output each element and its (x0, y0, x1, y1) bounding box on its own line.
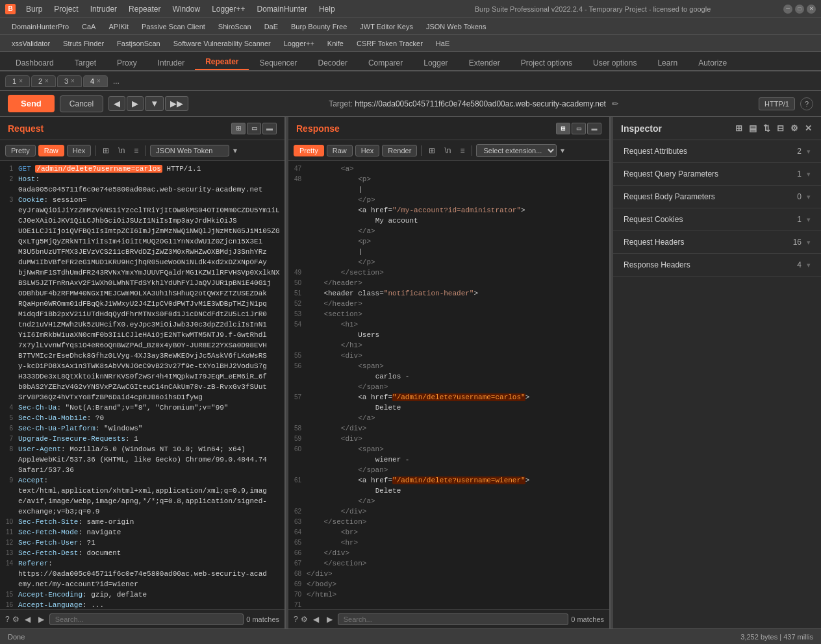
tab-extender[interactable]: Extender (459, 56, 511, 70)
menu-help[interactable]: Help (314, 3, 340, 15)
resp-search-help[interactable]: ? (294, 615, 298, 624)
help-button[interactable]: ? (800, 97, 813, 110)
req-icon-3[interactable]: ≡ (131, 144, 142, 157)
close-tab-3[interactable]: × (71, 77, 75, 84)
tab-proxy[interactable]: Proxy (107, 56, 147, 70)
inspector-icon-cols[interactable]: ⊟ (776, 122, 785, 134)
req-icon-1[interactable]: ⊞ (99, 144, 112, 157)
ext-hae[interactable]: HaE (429, 39, 456, 48)
tab-user-options[interactable]: User options (583, 56, 647, 70)
request-code-area[interactable]: 1GET /admin/delete?username=carlos HTTP/… (0, 161, 284, 609)
ext-loggerpp2[interactable]: Logger++ (277, 39, 321, 48)
prev-request[interactable]: ◀ (108, 96, 125, 111)
resp-view-single[interactable]: ▭ (572, 123, 586, 134)
req-search-next[interactable]: ▶ (36, 613, 47, 625)
resp-icon-2[interactable]: \n (441, 144, 454, 157)
tab-logger[interactable]: Logger (413, 56, 458, 70)
tab-project-options[interactable]: Project options (511, 56, 583, 70)
ext-dae[interactable]: DaE (258, 22, 284, 31)
next-request[interactable]: ▶ (127, 96, 144, 111)
menu-project[interactable]: Project (49, 3, 83, 15)
menu-intruder[interactable]: Intruder (85, 3, 122, 15)
req-pretty-btn[interactable]: Pretty (5, 145, 36, 156)
req-view-other[interactable]: ▬ (262, 123, 277, 134)
req-search-help[interactable]: ? (5, 615, 10, 624)
ext-csrftracker[interactable]: CSRF Token Tracker (350, 39, 429, 48)
edit-target-icon[interactable]: ✏ (612, 99, 618, 108)
menu-burp[interactable]: Burp (21, 3, 47, 15)
tab-comparer[interactable]: Comparer (358, 56, 413, 70)
ext-shiroscan[interactable]: ShiroScan (212, 22, 258, 31)
ext-domainhunterpro[interactable]: DomainHunterPro (5, 22, 75, 31)
resp-search-prev[interactable]: ◀ (310, 613, 322, 625)
inspector-icon-grid[interactable]: ⊞ (734, 122, 744, 134)
minimize-btn[interactable]: ─ (783, 5, 792, 14)
ext-burpbounty[interactable]: Burp Bounty Free (284, 22, 353, 31)
inspector-icon-close[interactable]: ✕ (803, 122, 813, 134)
req-tab-3[interactable]: 3 × (57, 75, 82, 87)
inspector-section-response-headers[interactable]: Response Headers 4 ▾ (613, 254, 821, 277)
ext-caa[interactable]: CaA (75, 22, 102, 31)
tab-repeater[interactable]: Repeater (195, 55, 249, 70)
menu-repeater[interactable]: Repeater (123, 3, 166, 15)
forward-btn[interactable]: ▶▶ (165, 96, 188, 111)
inspector-section-request-body-parameters[interactable]: Request Body Parameters 0 ▾ (613, 186, 821, 208)
maximize-btn[interactable]: □ (795, 5, 804, 14)
ext-xssvalidator[interactable]: xssValidator (5, 39, 57, 48)
req-raw-btn[interactable]: Raw (38, 145, 64, 156)
close-tab-2[interactable]: × (45, 77, 49, 84)
req-tab-4[interactable]: 4 × (83, 75, 108, 87)
req-tab-1[interactable]: 1 × (5, 75, 30, 87)
tab-autorize[interactable]: Autorize (688, 56, 737, 70)
resp-icon-1[interactable]: ⊞ (425, 144, 438, 157)
inspector-icon-settings[interactable]: ⚙ (789, 122, 800, 134)
inspector-icon-list[interactable]: ▤ (748, 122, 758, 134)
jwt-dropdown[interactable]: JSON Web Token (150, 145, 229, 156)
menu-loggerpp[interactable]: Logger++ (207, 3, 250, 15)
menu-domainhunter[interactable]: DomainHunter (252, 3, 312, 15)
resp-search-next[interactable]: ▶ (324, 613, 335, 625)
req-view-single[interactable]: ▭ (247, 123, 261, 134)
ext-knife[interactable]: Knife (321, 39, 350, 48)
inspector-section-request-headers[interactable]: Request Headers 16 ▾ (613, 231, 821, 254)
resp-view-split[interactable]: ⊞ (556, 123, 570, 134)
down-arrow[interactable]: ▼ (145, 96, 164, 111)
close-tab-1[interactable]: × (19, 77, 23, 84)
response-search-input[interactable] (338, 613, 569, 625)
ext-fastjsonscan[interactable]: FastjsonScan (110, 39, 167, 48)
req-search-prev[interactable]: ◀ (22, 613, 33, 625)
tab-intruder[interactable]: Intruder (147, 56, 195, 70)
tab-decoder[interactable]: Decoder (308, 56, 358, 70)
http-version-badge[interactable]: HTTP/1 (759, 97, 795, 110)
more-tabs[interactable]: ... (109, 75, 123, 87)
request-search-input[interactable] (49, 613, 244, 625)
close-tab-4[interactable]: × (97, 77, 101, 84)
tab-target[interactable]: Target (64, 56, 107, 70)
response-code-area[interactable]: 47 <a>48 <p> | </p> <a href="/my-account… (288, 161, 609, 609)
req-icon-2[interactable]: \n (115, 144, 128, 157)
resp-view-other[interactable]: ▬ (587, 123, 601, 134)
resp-ext-dropdown[interactable]: Select extension... (476, 144, 557, 157)
send-button[interactable]: Send (8, 95, 55, 112)
close-btn[interactable]: ✕ (807, 5, 816, 14)
resp-icon-3[interactable]: ≡ (457, 144, 468, 157)
tab-learn[interactable]: Learn (647, 56, 688, 70)
ext-jwteditor[interactable]: JWT Editor Keys (353, 22, 420, 31)
tab-sequencer[interactable]: Sequencer (249, 56, 307, 70)
resp-search-settings[interactable]: ⚙ (301, 615, 308, 624)
req-view-split[interactable]: ⊞ (231, 123, 246, 134)
ext-strutsfinder[interactable]: Struts Finder (57, 39, 110, 48)
resp-pretty-btn[interactable]: Pretty (294, 145, 324, 156)
req-tab-2[interactable]: 2 × (31, 75, 56, 87)
req-search-settings[interactable]: ⚙ (12, 615, 19, 624)
inspector-section-request-attributes[interactable]: Request Attributes 2 ▾ (613, 140, 821, 163)
inspector-section-request-query-parameters[interactable]: Request Query Parameters 1 ▾ (613, 163, 821, 186)
cancel-button[interactable]: Cancel (60, 95, 103, 112)
resp-hex-btn[interactable]: Hex (355, 145, 380, 156)
menu-window[interactable]: Window (167, 3, 205, 15)
tab-dashboard[interactable]: Dashboard (5, 56, 64, 70)
req-hex-btn[interactable]: Hex (67, 145, 92, 156)
inspector-icon-sort[interactable]: ⇅ (762, 122, 772, 134)
ext-apikit[interactable]: APIKit (102, 22, 135, 31)
resp-raw-btn[interactable]: Raw (327, 145, 353, 156)
